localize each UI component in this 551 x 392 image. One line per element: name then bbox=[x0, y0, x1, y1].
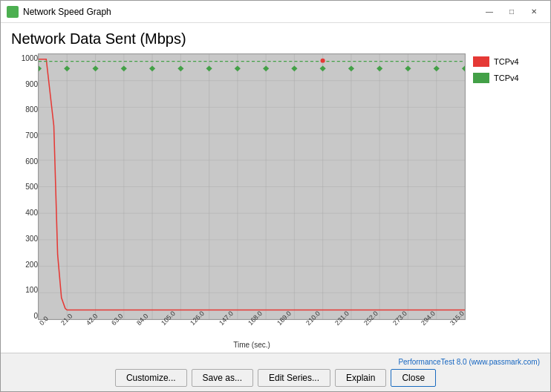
svg-marker-29 bbox=[92, 65, 98, 71]
legend-label-red: TCPv4 bbox=[494, 57, 519, 66]
y-label-200: 200 bbox=[25, 261, 38, 269]
y-label-400: 400 bbox=[25, 209, 38, 217]
window-controls: — □ ✕ bbox=[479, 4, 544, 19]
edit-series-button[interactable]: Edit Series... bbox=[258, 369, 330, 387]
svg-marker-34 bbox=[235, 65, 241, 71]
y-label-900: 900 bbox=[25, 81, 38, 88]
svg-marker-33 bbox=[206, 65, 212, 71]
app-icon bbox=[7, 6, 19, 18]
legend-item-green: TCPv4 bbox=[473, 73, 540, 83]
y-label-700: 700 bbox=[25, 132, 38, 140]
chart-svg bbox=[39, 54, 465, 319]
save-as-button[interactable]: Save as... bbox=[192, 369, 253, 387]
svg-marker-41 bbox=[434, 65, 440, 71]
green-markers bbox=[39, 65, 465, 71]
svg-marker-28 bbox=[64, 65, 70, 71]
svg-marker-38 bbox=[348, 65, 354, 71]
x-axis-title: Time (sec.) bbox=[38, 341, 466, 349]
maximize-button[interactable]: □ bbox=[501, 4, 522, 19]
y-label-300: 300 bbox=[25, 235, 38, 243]
svg-marker-40 bbox=[405, 65, 411, 71]
svg-marker-30 bbox=[121, 65, 127, 71]
y-label-500: 500 bbox=[25, 183, 38, 191]
chart-title: Network Data Sent (Mbps) bbox=[11, 30, 540, 48]
svg-marker-39 bbox=[376, 65, 382, 71]
button-row: Customize... Save as... Edit Series... E… bbox=[8, 369, 543, 387]
svg-marker-36 bbox=[291, 65, 297, 71]
window-title: Network Speed Graph bbox=[23, 7, 479, 17]
svg-marker-42 bbox=[462, 65, 465, 71]
svg-marker-32 bbox=[177, 65, 183, 71]
y-label-1000: 1000 bbox=[22, 55, 38, 62]
main-content: Network Data Sent (Mbps) 1000 900 800 70… bbox=[1, 23, 550, 353]
y-label-100: 100 bbox=[25, 287, 38, 294]
minimize-button[interactable]: — bbox=[479, 4, 500, 19]
y-label-800: 800 bbox=[25, 106, 38, 114]
titlebar: Network Speed Graph — □ ✕ bbox=[1, 1, 550, 23]
y-label-600: 600 bbox=[25, 158, 38, 166]
y-axis: 1000 900 800 700 600 500 400 300 200 100… bbox=[11, 53, 38, 348]
red-highlight-dot bbox=[321, 59, 325, 63]
x-axis: 0.0 21.0 42.0 63.0 84.0 105.0 126.0 147.… bbox=[38, 320, 466, 348]
chart-plot bbox=[38, 53, 466, 320]
close-button[interactable]: Close bbox=[391, 369, 436, 387]
legend: TCPv4 TCPv4 bbox=[473, 53, 540, 348]
legend-color-red bbox=[473, 56, 489, 67]
svg-marker-27 bbox=[39, 65, 42, 71]
chart-with-axes: 1000 900 800 700 600 500 400 300 200 100… bbox=[11, 53, 466, 348]
legend-color-green bbox=[473, 73, 489, 83]
explain-button[interactable]: Explain bbox=[335, 369, 386, 387]
customize-button[interactable]: Customize... bbox=[115, 369, 187, 387]
bottom-area: PerformanceTest 8.0 (www.passmark.com) C… bbox=[1, 353, 550, 391]
close-window-button[interactable]: ✕ bbox=[524, 4, 544, 19]
watermark-text: PerformanceTest 8.0 (www.passmark.com) bbox=[8, 358, 543, 366]
legend-item-red: TCPv4 bbox=[473, 56, 540, 67]
svg-marker-31 bbox=[149, 65, 155, 71]
svg-marker-37 bbox=[320, 65, 326, 71]
legend-label-green: TCPv4 bbox=[494, 74, 519, 82]
chart-and-x: 0.0 21.0 42.0 63.0 84.0 105.0 126.0 147.… bbox=[38, 53, 466, 348]
tcpv4-red-line bbox=[39, 59, 465, 310]
chart-area: 1000 900 800 700 600 500 400 300 200 100… bbox=[11, 53, 540, 348]
svg-marker-35 bbox=[263, 65, 269, 71]
